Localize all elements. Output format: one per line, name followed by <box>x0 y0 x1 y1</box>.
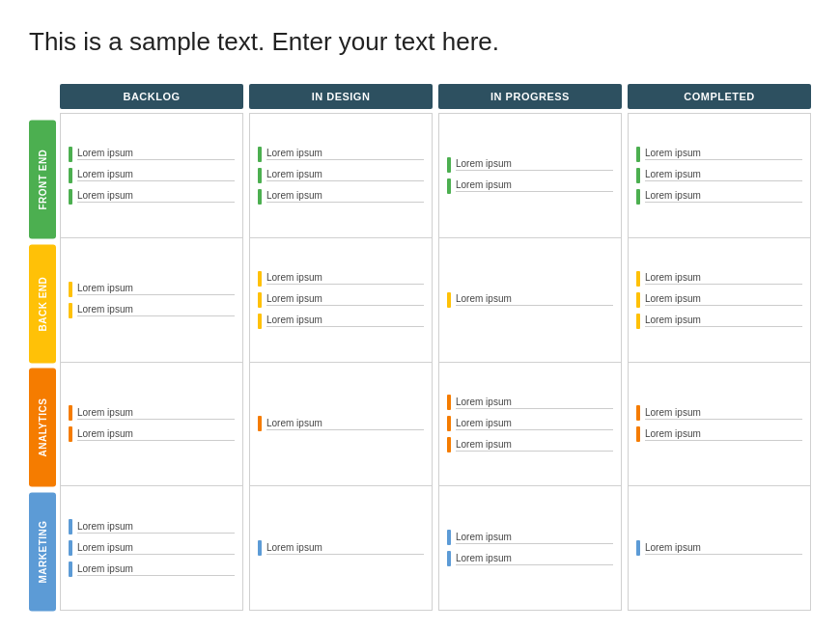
cell-completed-back-end: Lorem ipsumLorem ipsumLorem ipsum <box>629 238 810 363</box>
task-text: Lorem ipsum <box>456 179 613 192</box>
task-text: Lorem ipsum <box>456 397 613 409</box>
task-text: Lorem ipsum <box>77 304 235 316</box>
task-item: Lorem ipsum <box>636 168 802 183</box>
task-text: Lorem ipsum <box>266 315 424 327</box>
task-text: Lorem ipsum <box>456 439 613 452</box>
task-item: Lorem ipsum <box>447 178 613 194</box>
kanban-board: Front EndBack EndAnalyticsMarketing BACK… <box>29 84 811 611</box>
cell-completed-front-end: Lorem ipsumLorem ipsumLorem ipsum <box>629 114 810 238</box>
task-bar <box>258 189 262 205</box>
column-completed: COMPLETEDLorem ipsumLorem ipsumLorem ips… <box>628 84 811 611</box>
task-item: Lorem ipsum <box>69 282 235 297</box>
task-bar <box>258 540 262 556</box>
task-text: Lorem ipsum <box>77 563 235 576</box>
task-item: Lorem ipsum <box>636 271 802 287</box>
task-bar <box>69 405 72 421</box>
task-item: Lorem ipsum <box>69 189 235 205</box>
task-bar <box>69 562 72 577</box>
task-item: Lorem ipsum <box>447 292 613 308</box>
task-item: Lorem ipsum <box>447 551 613 566</box>
task-text: Lorem ipsum <box>266 418 424 430</box>
row-label-marketing: Marketing <box>29 493 56 612</box>
task-bar <box>258 292 262 308</box>
task-item: Lorem ipsum <box>69 168 235 183</box>
task-bar <box>636 147 640 162</box>
cell-in-design-analytics: Lorem ipsum <box>250 363 432 487</box>
task-item: Lorem ipsum <box>258 147 424 162</box>
task-text: Lorem ipsum <box>77 407 235 420</box>
task-text: Lorem ipsum <box>645 407 802 420</box>
cell-in-progress-front-end: Lorem ipsumLorem ipsum <box>439 114 621 238</box>
task-bar <box>636 271 640 287</box>
row-label-analytics: Analytics <box>29 369 56 487</box>
row-label-back-end: Back End <box>29 245 56 364</box>
task-item: Lorem ipsum <box>258 540 424 556</box>
task-bar <box>636 426 640 442</box>
cell-completed-analytics: Lorem ipsumLorem ipsum <box>629 363 810 487</box>
col-header-backlog: BACKLOG <box>60 84 243 109</box>
task-text: Lorem ipsum <box>77 169 235 181</box>
cell-in-progress-analytics: Lorem ipsumLorem ipsumLorem ipsum <box>439 363 621 487</box>
task-bar <box>636 189 640 205</box>
task-bar <box>447 178 451 194</box>
task-text: Lorem ipsum <box>645 169 802 181</box>
task-bar <box>69 303 72 318</box>
task-text: Lorem ipsum <box>266 542 424 555</box>
task-bar <box>447 157 451 173</box>
task-bar <box>447 395 451 410</box>
task-bar <box>258 147 262 162</box>
task-text: Lorem ipsum <box>77 542 235 555</box>
page-title: This is a sample text. Enter your text h… <box>29 27 811 57</box>
cell-backlog-analytics: Lorem ipsumLorem ipsum <box>61 363 242 487</box>
task-item: Lorem ipsum <box>636 189 802 205</box>
task-item: Lorem ipsum <box>258 189 424 205</box>
column-in-design: IN DESIGNLorem ipsumLorem ipsumLorem ips… <box>249 84 433 611</box>
task-text: Lorem ipsum <box>645 190 802 203</box>
task-text: Lorem ipsum <box>266 148 424 160</box>
cell-in-progress-back-end: Lorem ipsum <box>439 238 621 363</box>
task-item: Lorem ipsum <box>69 540 235 556</box>
task-bar <box>447 551 451 566</box>
task-item: Lorem ipsum <box>636 540 802 556</box>
task-text: Lorem ipsum <box>77 190 235 203</box>
row-label-front-end: Front End <box>29 121 56 239</box>
task-bar <box>447 292 451 308</box>
col-body-in-design: Lorem ipsumLorem ipsumLorem ipsumLorem i… <box>249 113 433 611</box>
page: This is a sample text. Enter your text h… <box>0 0 840 630</box>
task-item: Lorem ipsum <box>447 395 613 410</box>
cell-in-design-marketing: Lorem ipsum <box>250 486 432 610</box>
task-item: Lorem ipsum <box>636 292 802 308</box>
task-text: Lorem ipsum <box>645 315 802 327</box>
task-bar <box>636 314 640 329</box>
task-item: Lorem ipsum <box>636 314 802 329</box>
task-text: Lorem ipsum <box>266 272 424 285</box>
task-bar <box>636 168 640 183</box>
cell-backlog-back-end: Lorem ipsumLorem ipsum <box>61 238 242 363</box>
task-item: Lorem ipsum <box>258 168 424 183</box>
task-bar <box>69 519 72 534</box>
col-body-in-progress: Lorem ipsumLorem ipsumLorem ipsumLorem i… <box>438 113 622 611</box>
task-bar <box>258 271 262 287</box>
task-bar <box>69 147 72 162</box>
task-item: Lorem ipsum <box>69 519 235 534</box>
task-text: Lorem ipsum <box>266 293 424 306</box>
task-item: Lorem ipsum <box>258 292 424 308</box>
task-item: Lorem ipsum <box>69 426 235 442</box>
task-bar <box>447 530 451 545</box>
task-text: Lorem ipsum <box>645 428 802 441</box>
task-text: Lorem ipsum <box>645 293 802 306</box>
column-in-progress: IN PROGRESSLorem ipsumLorem ipsumLorem i… <box>438 84 622 611</box>
cell-in-design-front-end: Lorem ipsumLorem ipsumLorem ipsum <box>250 114 432 238</box>
task-item: Lorem ipsum <box>447 157 613 173</box>
task-item: Lorem ipsum <box>258 416 424 431</box>
task-item: Lorem ipsum <box>636 405 802 421</box>
task-bar <box>636 540 640 556</box>
task-text: Lorem ipsum <box>456 553 613 565</box>
task-item: Lorem ipsum <box>258 314 424 329</box>
task-text: Lorem ipsum <box>266 169 424 181</box>
task-text: Lorem ipsum <box>77 428 235 441</box>
task-text: Lorem ipsum <box>77 283 235 295</box>
task-item: Lorem ipsum <box>258 271 424 287</box>
task-bar <box>258 314 262 329</box>
task-item: Lorem ipsum <box>636 426 802 442</box>
